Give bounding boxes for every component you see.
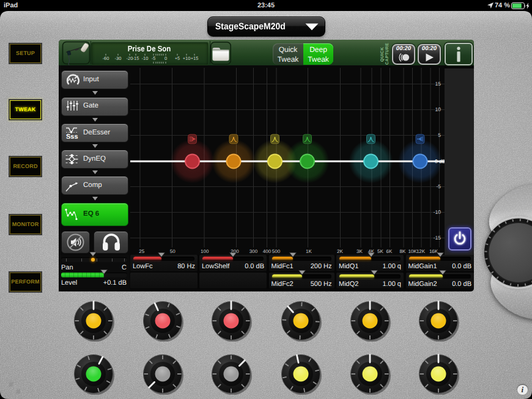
svg-text:-30: -30 xyxy=(115,56,122,61)
svg-text:6K: 6K xyxy=(386,249,393,254)
svg-text:-5: -5 xyxy=(436,183,441,189)
svg-text:-5: -5 xyxy=(152,56,156,61)
svg-text:50: 50 xyxy=(170,249,175,254)
svg-text:0: 0 xyxy=(164,56,167,61)
svg-text:100: 100 xyxy=(201,249,209,254)
svg-text:8K: 8K xyxy=(400,249,406,254)
svg-text:2K: 2K xyxy=(337,249,343,254)
svg-text:300: 300 xyxy=(249,249,258,254)
svg-text:Sss: Sss xyxy=(66,133,78,141)
svg-text:-60: -60 xyxy=(103,56,109,61)
svg-text:-10: -10 xyxy=(434,209,441,215)
svg-text:10: 10 xyxy=(435,106,441,112)
svg-text:12K: 12K xyxy=(416,249,426,254)
svg-text:-10: -10 xyxy=(142,56,149,61)
svg-text:1K: 1K xyxy=(306,249,312,254)
svg-text:400: 400 xyxy=(263,249,272,254)
svg-text:25: 25 xyxy=(139,249,144,254)
svg-text:+15: +15 xyxy=(191,56,199,61)
svg-text:500: 500 xyxy=(272,249,281,254)
svg-text:15: 15 xyxy=(435,81,441,87)
svg-text:+10: +10 xyxy=(183,56,191,61)
svg-text:5: 5 xyxy=(438,132,441,138)
svg-text:-15: -15 xyxy=(434,235,441,241)
svg-text:+5: +5 xyxy=(175,56,180,61)
svg-text:5K: 5K xyxy=(377,249,383,254)
svg-text:3K: 3K xyxy=(357,249,363,254)
svg-text:-15: -15 xyxy=(133,56,139,61)
